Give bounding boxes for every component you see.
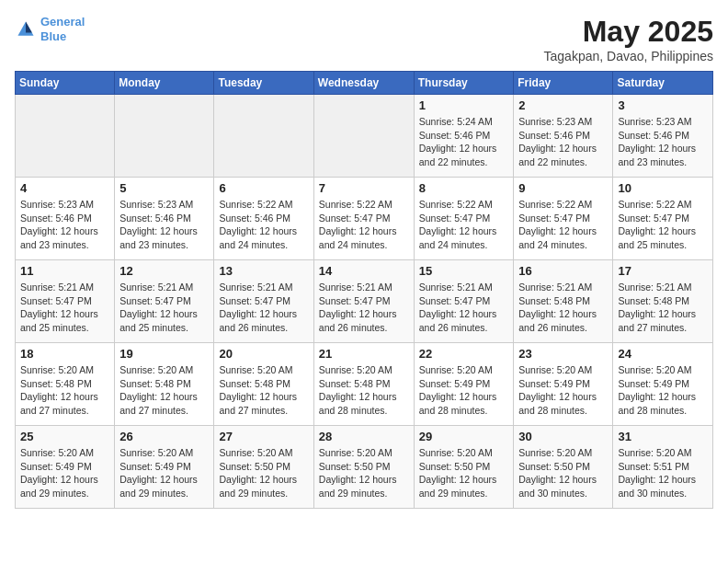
calendar-cell (16, 95, 115, 178)
day-number: 15 (419, 264, 509, 278)
day-number: 3 (618, 98, 708, 112)
day-info: Sunrise: 5:23 AMSunset: 5:46 PMDaylight:… (518, 115, 608, 169)
weekday-header: Saturday (613, 72, 713, 95)
calendar-table: SundayMondayTuesdayWednesdayThursdayFrid… (15, 71, 713, 509)
calendar-cell: 15Sunrise: 5:21 AMSunset: 5:47 PMDayligh… (414, 260, 514, 343)
day-info: Sunrise: 5:23 AMSunset: 5:46 PMDaylight:… (119, 198, 209, 252)
day-number: 31 (618, 430, 708, 443)
page-header: General Blue May 2025 Tagakpan, Davao, P… (15, 15, 713, 63)
logo-text: General Blue (40, 15, 85, 43)
day-info: Sunrise: 5:20 AMSunset: 5:49 PMDaylight:… (20, 446, 109, 500)
calendar-week-row: 1Sunrise: 5:24 AMSunset: 5:46 PMDaylight… (16, 95, 713, 178)
calendar-subtitle: Tagakpan, Davao, Philippines (544, 49, 713, 63)
day-number: 4 (20, 181, 109, 195)
day-number: 25 (20, 430, 109, 443)
day-info: Sunrise: 5:21 AMSunset: 5:47 PMDaylight:… (20, 281, 109, 335)
calendar-cell: 19Sunrise: 5:20 AMSunset: 5:48 PMDayligh… (115, 343, 214, 426)
day-info: Sunrise: 5:20 AMSunset: 5:50 PMDaylight:… (319, 446, 409, 500)
weekday-header: Friday (514, 72, 613, 95)
day-number: 24 (618, 347, 708, 361)
day-info: Sunrise: 5:20 AMSunset: 5:49 PMDaylight:… (618, 363, 708, 418)
day-info: Sunrise: 5:23 AMSunset: 5:46 PMDaylight:… (20, 198, 109, 252)
day-number: 16 (518, 264, 608, 278)
day-number: 1 (419, 98, 509, 112)
calendar-cell: 8Sunrise: 5:22 AMSunset: 5:47 PMDaylight… (414, 178, 514, 260)
day-number: 19 (119, 347, 209, 361)
calendar-cell: 6Sunrise: 5:22 AMSunset: 5:46 PMDaylight… (214, 178, 313, 260)
day-number: 14 (319, 264, 409, 278)
calendar-cell: 2Sunrise: 5:23 AMSunset: 5:46 PMDaylight… (514, 95, 613, 178)
calendar-cell: 24Sunrise: 5:20 AMSunset: 5:49 PMDayligh… (613, 343, 713, 426)
day-info: Sunrise: 5:20 AMSunset: 5:51 PMDaylight:… (618, 446, 708, 500)
day-info: Sunrise: 5:20 AMSunset: 5:48 PMDaylight:… (20, 363, 109, 418)
day-info: Sunrise: 5:22 AMSunset: 5:47 PMDaylight:… (319, 198, 409, 252)
day-number: 28 (319, 430, 409, 443)
logo-icon (15, 18, 37, 40)
calendar-cell: 12Sunrise: 5:21 AMSunset: 5:47 PMDayligh… (115, 260, 214, 343)
day-number: 21 (319, 347, 409, 361)
calendar-week-row: 18Sunrise: 5:20 AMSunset: 5:48 PMDayligh… (16, 343, 713, 426)
day-number: 27 (219, 430, 308, 443)
day-number: 22 (419, 347, 509, 361)
day-number: 7 (319, 181, 409, 195)
weekday-header: Sunday (16, 72, 115, 95)
day-info: Sunrise: 5:20 AMSunset: 5:48 PMDaylight:… (119, 363, 209, 418)
calendar-cell: 28Sunrise: 5:20 AMSunset: 5:50 PMDayligh… (313, 426, 414, 509)
calendar-cell: 11Sunrise: 5:21 AMSunset: 5:47 PMDayligh… (16, 260, 115, 343)
day-info: Sunrise: 5:22 AMSunset: 5:47 PMDaylight:… (618, 198, 708, 252)
day-number: 30 (518, 430, 608, 443)
calendar-cell: 25Sunrise: 5:20 AMSunset: 5:49 PMDayligh… (16, 426, 115, 509)
day-info: Sunrise: 5:21 AMSunset: 5:48 PMDaylight:… (618, 281, 708, 335)
day-info: Sunrise: 5:20 AMSunset: 5:49 PMDaylight:… (518, 363, 608, 418)
day-info: Sunrise: 5:20 AMSunset: 5:50 PMDaylight:… (419, 446, 509, 500)
calendar-cell: 13Sunrise: 5:21 AMSunset: 5:47 PMDayligh… (214, 260, 313, 343)
calendar-cell: 30Sunrise: 5:20 AMSunset: 5:50 PMDayligh… (514, 426, 613, 509)
calendar-cell: 27Sunrise: 5:20 AMSunset: 5:50 PMDayligh… (214, 426, 313, 509)
weekday-header: Wednesday (313, 72, 414, 95)
calendar-cell: 4Sunrise: 5:23 AMSunset: 5:46 PMDaylight… (16, 178, 115, 260)
calendar-week-row: 25Sunrise: 5:20 AMSunset: 5:49 PMDayligh… (16, 426, 713, 509)
day-info: Sunrise: 5:20 AMSunset: 5:49 PMDaylight:… (419, 363, 509, 418)
day-info: Sunrise: 5:24 AMSunset: 5:46 PMDaylight:… (419, 115, 509, 169)
calendar-cell: 17Sunrise: 5:21 AMSunset: 5:48 PMDayligh… (613, 260, 713, 343)
day-info: Sunrise: 5:21 AMSunset: 5:47 PMDaylight:… (219, 281, 308, 335)
day-number: 2 (518, 98, 608, 112)
calendar-cell: 3Sunrise: 5:23 AMSunset: 5:46 PMDaylight… (613, 95, 713, 178)
day-number: 26 (119, 430, 209, 443)
day-number: 8 (419, 181, 509, 195)
day-info: Sunrise: 5:21 AMSunset: 5:47 PMDaylight:… (319, 281, 409, 335)
day-number: 29 (419, 430, 509, 443)
calendar-cell: 10Sunrise: 5:22 AMSunset: 5:47 PMDayligh… (613, 178, 713, 260)
day-number: 13 (219, 264, 308, 278)
day-info: Sunrise: 5:22 AMSunset: 5:47 PMDaylight:… (518, 198, 608, 252)
day-number: 20 (219, 347, 308, 361)
day-number: 18 (20, 347, 109, 361)
title-block: May 2025 Tagakpan, Davao, Philippines (544, 15, 713, 63)
calendar-cell (214, 95, 313, 178)
day-info: Sunrise: 5:22 AMSunset: 5:46 PMDaylight:… (219, 198, 308, 252)
calendar-cell: 29Sunrise: 5:20 AMSunset: 5:50 PMDayligh… (414, 426, 514, 509)
calendar-cell: 7Sunrise: 5:22 AMSunset: 5:47 PMDaylight… (313, 178, 414, 260)
day-info: Sunrise: 5:20 AMSunset: 5:49 PMDaylight:… (119, 446, 209, 500)
day-number: 17 (618, 264, 708, 278)
day-info: Sunrise: 5:22 AMSunset: 5:47 PMDaylight:… (419, 198, 509, 252)
calendar-cell: 22Sunrise: 5:20 AMSunset: 5:49 PMDayligh… (414, 343, 514, 426)
weekday-header: Thursday (414, 72, 514, 95)
day-number: 6 (219, 181, 308, 195)
day-number: 11 (20, 264, 109, 278)
calendar-week-row: 11Sunrise: 5:21 AMSunset: 5:47 PMDayligh… (16, 260, 713, 343)
calendar-header: SundayMondayTuesdayWednesdayThursdayFrid… (16, 72, 713, 95)
day-number: 5 (119, 181, 209, 195)
weekday-header-row: SundayMondayTuesdayWednesdayThursdayFrid… (16, 72, 713, 95)
calendar-cell: 21Sunrise: 5:20 AMSunset: 5:48 PMDayligh… (313, 343, 414, 426)
day-number: 10 (618, 181, 708, 195)
day-info: Sunrise: 5:21 AMSunset: 5:48 PMDaylight:… (518, 281, 608, 335)
day-info: Sunrise: 5:21 AMSunset: 5:47 PMDaylight:… (419, 281, 509, 335)
weekday-header: Monday (115, 72, 214, 95)
day-info: Sunrise: 5:20 AMSunset: 5:48 PMDaylight:… (319, 363, 409, 418)
calendar-week-row: 4Sunrise: 5:23 AMSunset: 5:46 PMDaylight… (16, 178, 713, 260)
calendar-cell: 26Sunrise: 5:20 AMSunset: 5:49 PMDayligh… (115, 426, 214, 509)
calendar-cell: 14Sunrise: 5:21 AMSunset: 5:47 PMDayligh… (313, 260, 414, 343)
svg-marker-1 (26, 21, 32, 32)
logo: General Blue (15, 15, 85, 43)
